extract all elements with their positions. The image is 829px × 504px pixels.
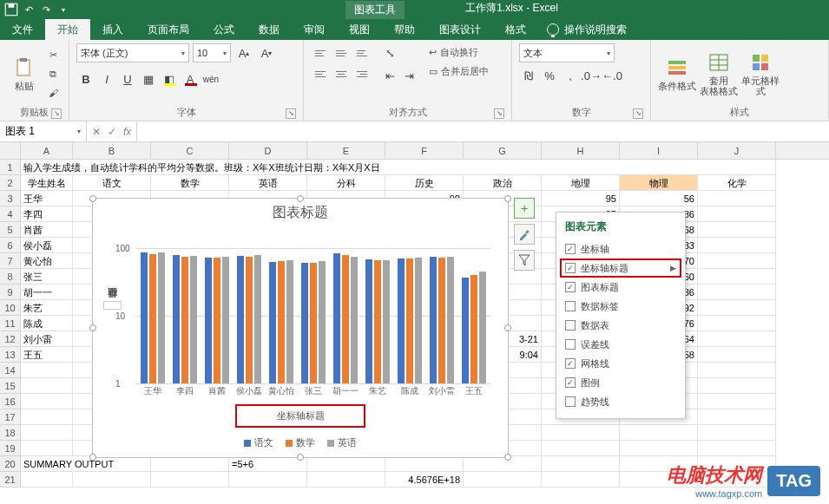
chart-elements-button[interactable]: +	[514, 198, 535, 219]
cell[interactable]: 4.5676E+18	[385, 472, 464, 488]
decrease-indent-icon[interactable]: ⇤	[380, 66, 399, 85]
cell[interactable]	[21, 409, 73, 425]
row-header[interactable]: 11	[0, 316, 21, 331]
row-header[interactable]: 12	[0, 331, 21, 347]
increase-decimal-icon[interactable]: .0→	[582, 66, 601, 85]
row-header[interactable]: 18	[0, 425, 21, 441]
checkbox-icon[interactable]: ✓	[565, 358, 576, 369]
qat-dropdown-icon[interactable]: ▾	[56, 2, 71, 17]
increase-font-icon[interactable]: A▴	[234, 43, 253, 62]
font-color-button[interactable]: A	[181, 69, 200, 88]
cell[interactable]	[542, 472, 620, 488]
cell[interactable]	[21, 363, 73, 378]
accounting-format-icon[interactable]: ₪	[519, 66, 538, 85]
cell-styles-button[interactable]: 单元格样式	[741, 43, 780, 104]
cell[interactable]: 王五	[21, 347, 73, 363]
column-header[interactable]: H	[542, 142, 620, 159]
chart-handle[interactable]	[504, 195, 511, 202]
cell[interactable]	[698, 316, 776, 331]
chart-handle[interactable]	[504, 454, 511, 461]
enter-icon[interactable]: ✓	[108, 126, 116, 138]
checkbox-icon[interactable]	[565, 320, 576, 331]
cell[interactable]	[620, 441, 698, 456]
column-header[interactable]: E	[307, 142, 385, 159]
cell[interactable]	[542, 456, 620, 472]
popup-item[interactable]: 趋势线	[565, 392, 676, 411]
cell[interactable]	[698, 363, 776, 378]
cell[interactable]	[698, 347, 776, 363]
cell[interactable]	[698, 378, 776, 394]
row-header[interactable]: 14	[0, 363, 21, 378]
select-all-corner[interactable]	[0, 142, 21, 160]
tab-home[interactable]: 开始	[45, 19, 90, 40]
format-painter-icon[interactable]: 🖌	[44, 85, 62, 101]
tab-insert[interactable]: 插入	[90, 19, 135, 40]
cell[interactable]	[21, 394, 73, 409]
x-axis-title[interactable]: 坐标轴标题	[235, 404, 365, 428]
undo-icon[interactable]: ↶	[21, 2, 36, 17]
chart-legend[interactable]: 语文数学英语	[93, 436, 508, 449]
row-header[interactable]: 3	[0, 191, 21, 206]
row-header[interactable]: 20	[0, 456, 21, 472]
checkbox-icon[interactable]	[565, 396, 576, 407]
chart-handle[interactable]	[297, 454, 304, 461]
cell[interactable]: 刘小雷	[21, 331, 73, 347]
cell[interactable]: 数学	[151, 175, 229, 191]
cell[interactable]	[21, 472, 73, 488]
fx-icon[interactable]: fx	[123, 126, 131, 138]
cell[interactable]: 胡一一	[21, 285, 73, 300]
checkbox-icon[interactable]: ✓	[565, 244, 576, 254]
row-header[interactable]: 9	[0, 285, 21, 300]
decrease-font-icon[interactable]: A▾	[257, 43, 276, 62]
conditional-format-button[interactable]: 条件格式	[658, 43, 696, 104]
column-header[interactable]: B	[73, 142, 151, 159]
cut-icon[interactable]: ✂	[44, 47, 62, 62]
row-header[interactable]: 13	[0, 347, 21, 363]
percent-format-icon[interactable]: %	[540, 66, 559, 85]
chart-title[interactable]: 图表标题	[93, 199, 508, 227]
cell[interactable]	[698, 285, 776, 300]
cell[interactable]: 化学	[698, 175, 776, 191]
tab-file[interactable]: 文件	[0, 19, 45, 40]
column-header[interactable]: A	[21, 142, 73, 159]
cell[interactable]: =5+6	[229, 456, 307, 472]
font-name-combo[interactable]: 宋体 (正文)▾	[76, 43, 189, 62]
align-top-icon[interactable]	[311, 43, 330, 62]
cell[interactable]	[698, 394, 776, 409]
y-axis-title[interactable]: 坐标轴标题	[103, 301, 122, 310]
row-header[interactable]: 10	[0, 300, 21, 316]
cell[interactable]: 分科	[307, 175, 385, 191]
tab-data[interactable]: 数据	[247, 19, 292, 40]
cancel-icon[interactable]: ✕	[92, 126, 101, 138]
increase-indent-icon[interactable]: ⇥	[399, 66, 418, 85]
row-header[interactable]: 5	[0, 222, 21, 238]
popup-item[interactable]: ✓坐标轴标题▶	[560, 259, 681, 278]
wrap-text-button[interactable]: ↩自动换行	[429, 43, 489, 61]
cell[interactable]: 学生姓名	[21, 175, 73, 191]
row-header[interactable]: 15	[0, 378, 21, 394]
popup-item[interactable]: ✓图例	[565, 373, 676, 392]
cell[interactable]	[151, 456, 229, 472]
tab-review[interactable]: 审阅	[292, 19, 337, 40]
cell[interactable]: 侯小磊	[21, 238, 73, 253]
cell[interactable]: 语文	[73, 175, 151, 191]
orientation-icon[interactable]: ⤡	[380, 43, 399, 62]
checkbox-icon[interactable]	[565, 339, 576, 350]
row-header[interactable]: 2	[0, 175, 21, 191]
column-header[interactable]: F	[385, 142, 464, 159]
cell[interactable]	[698, 222, 776, 238]
tell-me-search[interactable]: 操作说明搜索	[538, 19, 635, 40]
popup-item[interactable]: ✓坐标轴	[565, 239, 676, 259]
cell[interactable]	[698, 238, 776, 253]
column-header[interactable]: G	[464, 142, 542, 159]
cell[interactable]	[542, 441, 620, 456]
cell[interactable]	[21, 425, 73, 441]
tab-help[interactable]: 帮助	[382, 19, 427, 40]
comma-format-icon[interactable]: ,	[561, 66, 580, 85]
save-icon[interactable]	[3, 2, 19, 17]
chart-handle[interactable]	[504, 324, 511, 331]
checkbox-icon[interactable]	[565, 301, 576, 311]
cell[interactable]	[73, 472, 151, 488]
tab-chartdesign[interactable]: 图表设计	[427, 19, 493, 40]
alignment-launcher-icon[interactable]: ↘	[494, 108, 504, 119]
